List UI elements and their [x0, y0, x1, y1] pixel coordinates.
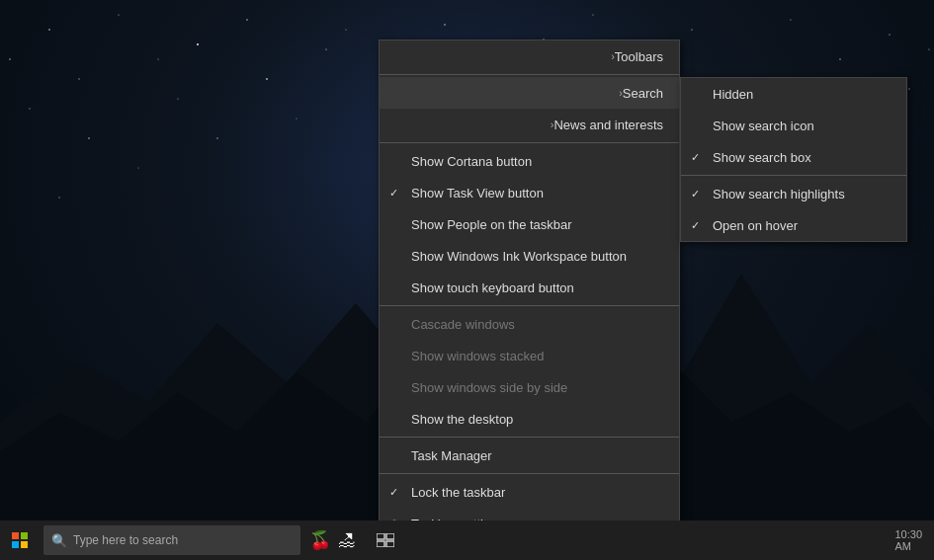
task-view-icon	[377, 533, 394, 547]
menu-item-toolbars[interactable]: › Toolbars	[380, 40, 679, 72]
svg-rect-46	[386, 541, 394, 547]
checkmark-icon: ✓	[389, 187, 398, 200]
menu-item-task-view-label: Show Task View button	[411, 186, 544, 200]
submenu-item-open-on-hover[interactable]: ✓ Open on hover	[681, 209, 906, 241]
submenu-item-search-highlights-label: Show search highlights	[713, 187, 845, 201]
svg-point-8	[178, 99, 179, 100]
search-icon: 🔍	[51, 533, 67, 548]
taskbar-search-placeholder: Type here to search	[73, 533, 178, 547]
checkmark-icon: ✓	[389, 486, 398, 499]
menu-item-task-manager-label: Task Manager	[411, 448, 492, 463]
menu-item-touch-keyboard-label: Show touch keyboard button	[411, 280, 574, 295]
submenu-item-search-highlights[interactable]: ✓ Show search highlights	[681, 178, 906, 209]
menu-item-task-manager[interactable]: Task Manager	[380, 440, 679, 471]
svg-point-20	[791, 20, 792, 21]
menu-item-toolbars-label: Toolbars	[615, 49, 663, 64]
task-view-button[interactable]	[366, 520, 405, 560]
menu-item-search-label: Search	[623, 86, 663, 101]
submenu-item-hidden[interactable]: Hidden	[681, 78, 906, 110]
checkmark-icon: ✓	[691, 219, 700, 232]
menu-item-people-label: Show People on the taskbar	[411, 217, 572, 232]
svg-point-6	[325, 48, 326, 49]
menu-item-news-label: News and interests	[553, 118, 663, 132]
svg-point-32	[216, 137, 217, 138]
svg-rect-39	[12, 532, 19, 539]
submenu-item-open-on-hover-label: Open on hover	[713, 218, 798, 233]
taskbar-search-bar[interactable]: 🔍 Type here to search	[43, 525, 300, 555]
cherry-icon: 🍒	[308, 520, 332, 560]
menu-item-side-by-side-label: Show windows side by side	[411, 380, 567, 395]
system-tray: 10:30AM	[894, 528, 934, 552]
menu-item-cortana-label: Show Cortana button	[411, 154, 532, 169]
svg-rect-40	[21, 532, 28, 539]
menu-item-side-by-side: Show windows side by side	[380, 371, 679, 403]
svg-point-4	[158, 59, 159, 60]
svg-point-22	[889, 34, 890, 35]
submenu-item-show-search-icon[interactable]: Show search icon	[681, 110, 906, 141]
taskbar-context-menu: › Toolbars › Search › News and interests…	[379, 40, 680, 540]
checkmark-icon: ✓	[691, 151, 700, 164]
menu-item-touch-keyboard[interactable]: Show touch keyboard button	[380, 272, 679, 303]
svg-point-35	[928, 48, 929, 49]
svg-point-0	[48, 29, 50, 31]
menu-item-search[interactable]: › Search	[380, 77, 679, 109]
menu-item-cascade-label: Cascade windows	[411, 317, 515, 332]
svg-point-21	[839, 58, 841, 60]
svg-point-23	[908, 88, 909, 89]
menu-item-show-desktop[interactable]: Show the desktop	[380, 403, 679, 435]
svg-rect-42	[21, 541, 28, 548]
search-submenu: Hidden Show search icon ✓ Show search bo…	[680, 77, 907, 242]
taskbar: 🔍 Type here to search 🍒 🏖 10:30AM	[0, 520, 934, 560]
menu-item-stacked: Show windows stacked	[380, 340, 679, 371]
svg-point-11	[88, 137, 90, 139]
submenu-separator-1	[681, 175, 906, 176]
svg-point-7	[29, 108, 30, 109]
separator-3	[380, 305, 679, 306]
svg-point-16	[593, 15, 594, 16]
svg-rect-45	[377, 541, 384, 547]
submenu-item-show-search-box-label: Show search box	[713, 150, 811, 165]
menu-item-cascade: Cascade windows	[380, 308, 679, 340]
svg-rect-43	[377, 533, 384, 539]
submenu-item-show-search-box[interactable]: ✓ Show search box	[681, 141, 906, 173]
menu-item-cortana[interactable]: Show Cortana button	[380, 145, 679, 177]
svg-point-3	[78, 78, 79, 79]
menu-item-stacked-label: Show windows stacked	[411, 349, 544, 363]
svg-point-10	[345, 29, 346, 30]
svg-point-13	[444, 24, 445, 25]
menu-item-ink-workspace-label: Show Windows Ink Workspace button	[411, 249, 627, 264]
menu-item-lock-taskbar[interactable]: ✓ Lock the taskbar	[380, 476, 679, 508]
svg-point-18	[691, 29, 692, 30]
svg-point-36	[9, 58, 10, 59]
svg-point-31	[137, 167, 138, 168]
menu-item-lock-taskbar-label: Lock the taskbar	[411, 485, 505, 500]
menu-item-task-view[interactable]: ✓ Show Task View button	[380, 177, 679, 208]
svg-point-9	[266, 78, 268, 80]
separator-2	[380, 142, 679, 143]
menu-item-people[interactable]: Show People on the taskbar	[380, 208, 679, 240]
checkmark-icon: ✓	[691, 188, 700, 200]
svg-point-2	[197, 43, 199, 45]
svg-rect-44	[386, 533, 394, 539]
svg-rect-41	[12, 541, 19, 548]
menu-item-news[interactable]: › News and interests	[380, 109, 679, 140]
menu-item-ink-workspace[interactable]: Show Windows Ink Workspace button	[380, 240, 679, 272]
windows-logo-icon	[12, 532, 28, 548]
separator-4	[380, 437, 679, 438]
separator-5	[380, 473, 679, 474]
system-clock: 10:30AM	[894, 528, 922, 552]
svg-point-1	[118, 14, 119, 15]
separator-1	[380, 74, 679, 75]
submenu-item-hidden-label: Hidden	[713, 87, 753, 102]
svg-point-5	[246, 19, 248, 21]
submenu-item-show-search-icon-label: Show search icon	[713, 119, 814, 133]
svg-point-34	[58, 197, 60, 199]
menu-item-show-desktop-label: Show the desktop	[411, 412, 513, 427]
beach-icon: 🏖	[332, 520, 362, 560]
svg-point-33	[297, 119, 297, 120]
start-button[interactable]	[0, 520, 40, 560]
